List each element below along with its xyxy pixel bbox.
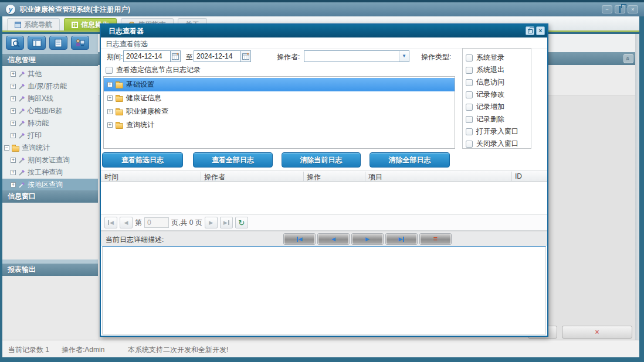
expand-icon[interactable]: + bbox=[107, 122, 113, 128]
expand-icon[interactable]: + bbox=[11, 121, 16, 126]
nav-prev-button[interactable]: ◀ bbox=[317, 233, 350, 245]
to-label: 至 bbox=[186, 52, 193, 62]
date-from-picker-button[interactable] bbox=[170, 50, 181, 62]
tab-system-nav[interactable]: 系统导航 bbox=[7, 18, 60, 30]
prev-page-button[interactable]: ◀ bbox=[120, 217, 133, 228]
sidebar-item-blood-urine-liver[interactable]: + 血/尿/肝功能 bbox=[2, 80, 98, 93]
expand-icon[interactable]: + bbox=[11, 158, 16, 163]
sidebar-item-chest-xray[interactable]: + 胸部X线 bbox=[2, 93, 98, 105]
tree-item-query-stats[interactable]: + 查询统计 bbox=[104, 118, 455, 132]
operator-select-value[interactable] bbox=[304, 51, 398, 62]
sidebar-item-print[interactable]: + 打印 bbox=[2, 129, 98, 142]
checkbox[interactable] bbox=[466, 67, 473, 74]
nav-last-button[interactable]: ▶ bbox=[385, 233, 418, 245]
expand-icon[interactable]: + bbox=[11, 108, 16, 114]
date-to-input[interactable] bbox=[194, 50, 240, 62]
sidebar-item-query-stats[interactable]: − 查询统计 bbox=[2, 142, 98, 154]
collapse-icon[interactable]: − bbox=[4, 145, 9, 151]
view-all-logs-button[interactable]: 查看全部日志 bbox=[193, 152, 273, 168]
checkbox[interactable] bbox=[466, 116, 473, 123]
checkbox[interactable] bbox=[466, 128, 473, 135]
nav-equals-button[interactable]: = bbox=[419, 233, 452, 245]
preview-search-button[interactable] bbox=[6, 36, 24, 50]
op-type-item[interactable]: 记录修改 bbox=[466, 88, 531, 101]
first-page-button[interactable]: ◀ bbox=[104, 217, 117, 228]
view-filtered-logs-button[interactable]: 查看筛选日志 bbox=[102, 152, 183, 168]
chevron-down-icon[interactable]: ▼ bbox=[399, 51, 409, 62]
expand-icon[interactable]: + bbox=[11, 170, 16, 175]
vertical-scrollbar[interactable] bbox=[635, 34, 639, 340]
nav-next-button[interactable]: ▶ bbox=[351, 233, 384, 245]
tree-item-occupational-exam[interactable]: + 职业健康检查 bbox=[104, 105, 455, 118]
op-type-item[interactable]: 系统登录 bbox=[466, 52, 531, 64]
dialog-close-button[interactable]: × bbox=[536, 26, 545, 35]
next-page-button[interactable]: ▶ bbox=[205, 217, 218, 228]
red-close-icon: × bbox=[595, 328, 599, 336]
user-session-button[interactable] bbox=[71, 36, 89, 50]
op-type-item[interactable]: 记录增加 bbox=[466, 101, 531, 113]
expand-icon[interactable]: + bbox=[11, 71, 16, 77]
expand-icon[interactable]: + bbox=[11, 182, 16, 187]
col-time[interactable]: 时间 bbox=[104, 172, 118, 182]
checkbox[interactable] bbox=[466, 79, 473, 86]
dialog-titlebar[interactable]: 日志查看器 × bbox=[101, 25, 547, 37]
col-operation[interactable]: 操作 bbox=[307, 172, 321, 182]
page-number-input[interactable] bbox=[144, 217, 169, 228]
expand-icon[interactable]: + bbox=[11, 133, 16, 138]
tree-item-health-cert[interactable]: + 健康证信息 bbox=[104, 91, 455, 105]
collapse-panel-button[interactable]: « bbox=[623, 54, 633, 63]
operator-select[interactable]: ▼ bbox=[304, 50, 409, 62]
sidebar-item-ecg-bultrasound[interactable]: + 心电图/B超 bbox=[2, 105, 98, 117]
detail-label: 当前日志详细描述: bbox=[106, 235, 164, 245]
period-label: 期间: bbox=[107, 52, 123, 62]
checkbox[interactable] bbox=[466, 104, 473, 111]
expand-icon[interactable]: + bbox=[107, 82, 113, 87]
op-type-item[interactable]: 信息访问 bbox=[466, 76, 531, 88]
expand-icon[interactable]: + bbox=[11, 96, 16, 101]
refresh-button[interactable]: ↻ bbox=[235, 217, 248, 228]
window-layout-button[interactable] bbox=[28, 36, 46, 50]
document-button[interactable] bbox=[49, 36, 67, 50]
background-close-button[interactable]: × bbox=[562, 326, 632, 339]
date-to-picker-button[interactable] bbox=[240, 50, 251, 62]
sidebar-item-by-region-query[interactable]: + 按地区查询 bbox=[2, 179, 98, 191]
sidebar: 信息管理 + 其他 + 血/尿/肝功能 + 胸部X线 bbox=[2, 34, 98, 340]
sidebar-item-period-cert-query[interactable]: + 期间发证查询 bbox=[2, 154, 98, 166]
sidebar-item-by-job-query[interactable]: + 按工种查询 bbox=[2, 166, 98, 179]
col-id[interactable]: ID bbox=[515, 172, 522, 180]
clear-current-logs-button[interactable]: 清除当前日志 bbox=[282, 152, 361, 168]
col-item[interactable]: 项目 bbox=[368, 172, 382, 182]
checkbox[interactable] bbox=[466, 141, 473, 148]
log-table-header: 时间 操作者 操作 项目 ID bbox=[101, 170, 547, 182]
op-type-item[interactable]: 打开录入窗口 bbox=[466, 125, 531, 138]
log-detail-textarea[interactable] bbox=[102, 246, 546, 334]
close-button[interactable]: × bbox=[628, 5, 638, 13]
restore-button[interactable] bbox=[615, 5, 625, 13]
checkbox[interactable] bbox=[466, 91, 473, 98]
expand-icon[interactable]: + bbox=[107, 109, 113, 114]
last-page-button[interactable]: ▶ bbox=[220, 217, 233, 228]
tree-item-basic-settings[interactable]: + 基础设置 bbox=[104, 78, 455, 91]
checkbox[interactable] bbox=[466, 54, 473, 62]
expand-icon[interactable]: + bbox=[11, 84, 16, 89]
sidebar-header-info-window[interactable]: 信息窗口 bbox=[2, 190, 98, 203]
col-operator[interactable]: 操作者 bbox=[204, 172, 225, 182]
expand-icon[interactable]: + bbox=[107, 95, 113, 101]
nav-first-button[interactable]: ◀ bbox=[283, 233, 316, 245]
sidebar-header-report-output[interactable]: 报表输出 bbox=[2, 264, 98, 276]
minimize-button[interactable]: − bbox=[602, 5, 612, 13]
node-filter-checkbox-row[interactable]: 查看选定信息节点日志记录 bbox=[106, 65, 201, 75]
sidebar-item-other[interactable]: + 其他 bbox=[2, 68, 98, 80]
app-title: 职业健康检查管理系统(非注册用户) bbox=[20, 2, 130, 16]
status-record-count: 当前记录数 1 bbox=[8, 345, 49, 355]
date-from-input[interactable] bbox=[123, 50, 170, 62]
dialog-restore-button[interactable] bbox=[526, 26, 534, 35]
op-type-item[interactable]: 关闭录入窗口 bbox=[466, 138, 531, 150]
clear-all-logs-button[interactable]: 清除全部日志 bbox=[370, 152, 450, 168]
sidebar-header-info-manage[interactable]: 信息管理 bbox=[2, 54, 98, 66]
op-type-item[interactable]: 记录删除 bbox=[466, 113, 531, 125]
window-controls: − × bbox=[602, 5, 638, 13]
sidebar-item-lung-function[interactable]: + 肺功能 bbox=[2, 117, 98, 129]
op-type-item[interactable]: 系统退出 bbox=[466, 64, 531, 76]
checkbox[interactable] bbox=[106, 67, 113, 74]
